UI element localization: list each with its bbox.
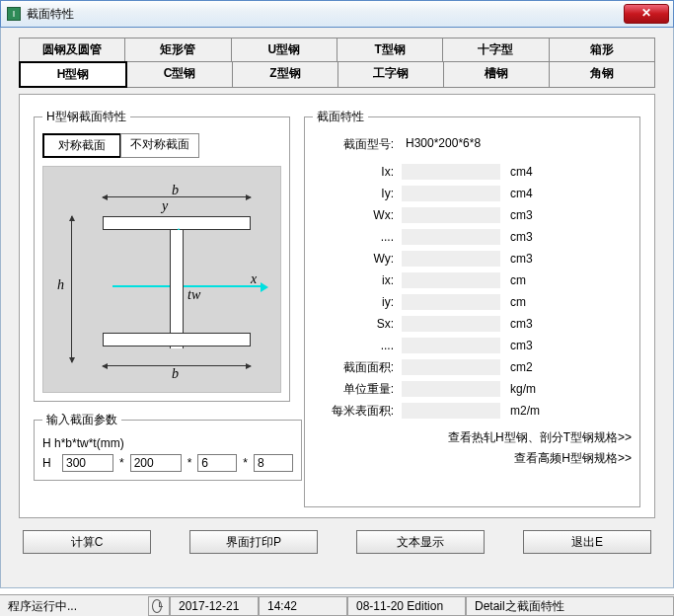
clock-cell	[148, 596, 170, 616]
tab-z-steel[interactable]: Z型钢	[232, 61, 338, 88]
tab-rect-tube[interactable]: 矩形管	[124, 38, 231, 62]
h-section-group: H型钢截面特性 对称截面 不对称截面 b y x tw	[34, 109, 290, 402]
client-area: 圆钢及圆管 矩形管 U型钢 T型钢 十字型 箱形 H型钢 C型钢 Z型钢 工字钢…	[0, 28, 674, 588]
val-iy2	[402, 294, 500, 310]
val-weight	[402, 381, 500, 397]
model-label: 截面型号:	[313, 136, 402, 153]
tab-symmetric[interactable]: 对称截面	[42, 133, 121, 158]
input-h[interactable]	[62, 454, 113, 472]
calc-button[interactable]: 计算C	[23, 530, 151, 554]
tab-box[interactable]: 箱形	[549, 38, 655, 62]
val-sx	[402, 316, 500, 332]
val-ix2	[402, 272, 500, 288]
main-panel: H型钢截面特性 对称截面 不对称截面 b y x tw	[19, 94, 655, 518]
tab-i-steel[interactable]: 工字钢	[337, 61, 444, 88]
link-hot-rolled[interactable]: 查看热轧H型钢、剖分T型钢规格>>	[313, 429, 632, 446]
val-iy	[402, 186, 500, 201]
button-row: 计算C 界面打印P 文本显示 退出E	[19, 530, 655, 554]
tab-u-steel[interactable]: U型钢	[231, 38, 337, 62]
clock-icon	[152, 599, 162, 613]
tabs-row-2: H型钢 C型钢 Z型钢 工字钢 槽钢 角钢	[19, 61, 655, 88]
window-title: 截面特性	[27, 6, 74, 23]
tab-h-steel[interactable]: H型钢	[19, 61, 127, 88]
tab-asymmetric[interactable]: 不对称截面	[120, 133, 199, 158]
tab-channel[interactable]: 槽钢	[443, 61, 550, 88]
tab-c-steel[interactable]: C型钢	[126, 61, 233, 88]
close-button[interactable]: ✕	[624, 4, 669, 24]
title-bar: I 截面特性 ✕	[0, 0, 674, 28]
param-hint: H h*b*tw*t(mm)	[42, 436, 293, 450]
input-t[interactable]	[254, 454, 293, 472]
param-group: 输入截面参数 H h*b*tw*t(mm) H * * *	[34, 412, 302, 481]
status-running: 程序运行中...	[0, 596, 148, 616]
exit-button[interactable]: 退出E	[523, 530, 651, 554]
status-time: 14:42	[259, 596, 347, 616]
status-detail: Detail之截面特性	[466, 596, 674, 616]
val-surface	[402, 403, 500, 419]
input-tw[interactable]	[197, 454, 237, 472]
h-section-legend: H型钢截面特性	[42, 109, 130, 125]
tab-round[interactable]: 圆钢及圆管	[19, 38, 125, 62]
props-legend: 截面特性	[313, 109, 368, 125]
model-value: H300*200*6*8	[402, 136, 579, 152]
val-wx	[402, 207, 500, 223]
param-label: H	[42, 456, 56, 470]
status-edition: 08-11-20 Edition	[347, 596, 466, 616]
print-button[interactable]: 界面打印P	[189, 530, 318, 554]
tabs-row-1: 圆钢及圆管 矩形管 U型钢 T型钢 十字型 箱形	[19, 38, 655, 62]
section-diagram: b y x tw h b	[42, 166, 281, 393]
val-ix	[402, 164, 500, 180]
tab-angle[interactable]: 角钢	[549, 61, 655, 88]
status-bar: 程序运行中... 2017-12-21 14:42 08-11-20 Editi…	[0, 594, 674, 616]
text-button[interactable]: 文本显示	[356, 530, 485, 554]
props-group: 截面特性 截面型号: H300*200*6*8 Ix:cm4 Iy:cm4 Wx…	[304, 109, 640, 507]
status-date: 2017-12-21	[170, 596, 259, 616]
tab-t-steel[interactable]: T型钢	[337, 38, 443, 62]
tab-cross[interactable]: 十字型	[442, 38, 549, 62]
val-area	[402, 359, 500, 375]
val-wy	[402, 251, 500, 267]
app-icon: I	[7, 7, 21, 21]
param-legend: 输入截面参数	[42, 412, 121, 428]
link-high-freq[interactable]: 查看高频H型钢规格>>	[313, 450, 632, 467]
input-b[interactable]	[130, 454, 182, 472]
